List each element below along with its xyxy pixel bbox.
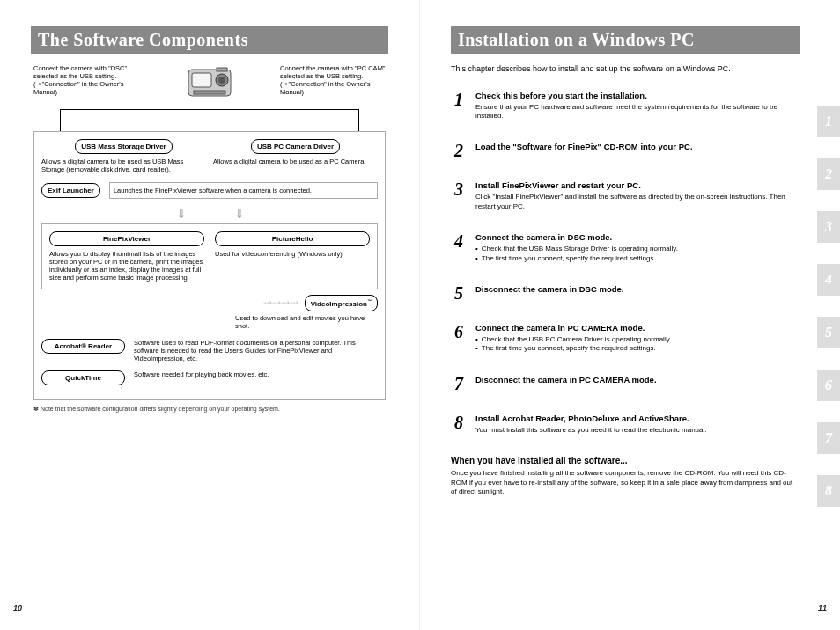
right-intro: This chapter describes how to install an… xyxy=(451,64,800,75)
install-step: 6Connect the camera in PC CAMERA mode.Ch… xyxy=(451,323,800,354)
step-title: Disconnect the camera in PC CAMERA mode. xyxy=(475,375,800,385)
right-title-bar: Installation on a Windows PC xyxy=(451,26,800,54)
side-tab: 3 xyxy=(817,211,840,243)
install-step: 1Check this before you start the install… xyxy=(451,91,800,121)
quicktime-desc: Software needed for playing back movies,… xyxy=(134,370,378,378)
step-number: 4 xyxy=(451,232,467,263)
quicktime-label: QuickTime xyxy=(41,370,125,385)
usb-mass-storage-desc: Allows a digital camera to be used as US… xyxy=(41,158,206,173)
post-install-desc: Once you have finished installing all th… xyxy=(451,469,800,496)
side-tab: 1 xyxy=(817,106,840,137)
acrobat-reader-desc: Software used to read PDF-format documen… xyxy=(134,339,378,363)
usb-mass-storage-label: USB Mass Storage Driver xyxy=(75,139,172,154)
page-left: The Software Components Connect the came… xyxy=(0,0,420,630)
step-desc: Ensure that your PC hardware and softwar… xyxy=(475,103,800,121)
step-number: 2 xyxy=(451,142,467,159)
step-title: Check this before you start the installa… xyxy=(475,91,800,100)
svg-point-3 xyxy=(218,77,225,84)
side-tabs: 12345678 xyxy=(817,106,840,528)
step-bullet: The first time you connect, specify the … xyxy=(475,254,800,263)
step-number: 1 xyxy=(451,91,467,121)
install-step: 8Install Acrobat Reader, PhotoDeluxe and… xyxy=(451,414,800,435)
step-title: Disconnect the camera in DSC mode. xyxy=(475,284,800,294)
side-tab: 8 xyxy=(817,475,840,507)
usb-pc-camera-desc: Allows a digital camera to be used as a … xyxy=(213,158,378,165)
install-step: 7Disconnect the camera in PC CAMERA mode… xyxy=(451,375,800,392)
page-spread: The Software Components Connect the came… xyxy=(0,0,840,630)
install-step: 4Connect the camera in DSC mode.Check th… xyxy=(451,232,800,263)
svg-rect-1 xyxy=(192,73,211,87)
install-step: 3Install FinePixViewer and restart your … xyxy=(451,180,800,211)
page-right: Installation on a Windows PC This chapte… xyxy=(420,0,840,630)
page-number-left: 10 xyxy=(13,604,22,612)
step-body: Install FinePixViewer and restart your P… xyxy=(475,180,800,211)
arrow-down-icon: ⇓ ⇓ xyxy=(41,208,378,220)
step-bullet: Check that the USB PC Camera Driver is o… xyxy=(475,335,800,344)
diagram-inner-box: FinePixViewer Allows you to display thum… xyxy=(41,223,378,289)
install-steps: 1Check this before you start the install… xyxy=(451,91,800,436)
page-number-right: 11 xyxy=(818,604,827,612)
side-tab: 6 xyxy=(817,370,840,401)
step-desc: Click "Install FinePixViewer" and instal… xyxy=(475,193,800,211)
arrow-right-icon: ⤑⤑⤑⤑ xyxy=(263,297,298,309)
connector-bracket xyxy=(60,109,359,131)
install-step: 5Disconnect the camera in DSC mode. xyxy=(451,284,800,302)
step-bullet: Check that the USB Mass Storage Driver i… xyxy=(475,245,800,253)
step-desc: Check that the USB PC Camera Driver is o… xyxy=(475,335,800,354)
finepixviewer-desc: Allows you to display thumbnail lists of… xyxy=(49,250,204,282)
side-tab: 7 xyxy=(817,422,840,454)
step-number: 8 xyxy=(451,414,467,435)
step-number: 3 xyxy=(451,180,467,211)
step-body: Disconnect the camera in PC CAMERA mode. xyxy=(475,375,800,392)
side-tab: 4 xyxy=(817,264,840,296)
picturehello-desc: Used for videoconferencing (Windows only… xyxy=(215,250,370,258)
acrobat-reader-label: Acrobat® Reader xyxy=(41,339,125,354)
step-number: 6 xyxy=(451,323,467,354)
post-install-title: When you have installed all the software… xyxy=(451,456,800,465)
step-body: Check this before you start the installa… xyxy=(475,91,800,121)
step-title: Load the "Software for FinePix" CD-ROM i… xyxy=(475,142,800,151)
videoimpression-label: VideoImpression™ xyxy=(305,295,378,311)
svg-rect-4 xyxy=(217,68,227,71)
step-desc: You must install this software as you ne… xyxy=(475,426,800,435)
usb-pc-camera-label: USB PC Camera Driver xyxy=(251,139,340,154)
step-title: Connect the camera in PC CAMERA mode. xyxy=(475,323,800,333)
step-body: Disconnect the camera in DSC mode. xyxy=(475,284,800,302)
step-body: Load the "Software for FinePix" CD-ROM i… xyxy=(475,142,800,159)
side-tab: 2 xyxy=(817,158,840,190)
config-footnote: ✽ Note that the software configuration d… xyxy=(33,406,386,413)
left-title-bar: The Software Components xyxy=(31,26,388,54)
step-title: Connect the camera in DSC mode. xyxy=(475,232,800,242)
caption-dsc: Connect the camera with "DSC" selected a… xyxy=(33,64,139,106)
step-bullet: The first time you connect, specify the … xyxy=(475,344,800,353)
step-number: 5 xyxy=(451,284,467,302)
videoimpression-desc: Used to download and edit movies you hav… xyxy=(235,314,378,330)
step-number: 7 xyxy=(451,375,467,392)
software-diagram: Connect the camera with "DSC" selected a… xyxy=(33,64,386,413)
install-step: 2Load the "Software for FinePix" CD-ROM … xyxy=(451,142,800,159)
diagram-outer-box: USB Mass Storage Driver Allows a digital… xyxy=(33,131,386,400)
picturehello-label: PictureHello xyxy=(215,231,370,246)
step-body: Install Acrobat Reader, PhotoDeluxe and … xyxy=(475,414,800,435)
step-body: Connect the camera in DSC mode.Check tha… xyxy=(475,232,800,263)
step-title: Install Acrobat Reader, PhotoDeluxe and … xyxy=(475,414,800,423)
step-title: Install FinePixViewer and restart your P… xyxy=(475,180,800,190)
caption-pccam: Connect the camera with "PC CAM" selecte… xyxy=(280,64,386,106)
exif-launcher-label: Exif Launcher xyxy=(41,183,100,198)
step-body: Connect the camera in PC CAMERA mode.Che… xyxy=(475,323,800,354)
side-tab: 5 xyxy=(817,317,840,348)
finepixviewer-label: FinePixViewer xyxy=(49,231,204,246)
step-desc: Check that the USB Mass Storage Driver i… xyxy=(475,245,800,263)
exif-launcher-desc: Launches the FinePixViewer software when… xyxy=(109,182,378,199)
